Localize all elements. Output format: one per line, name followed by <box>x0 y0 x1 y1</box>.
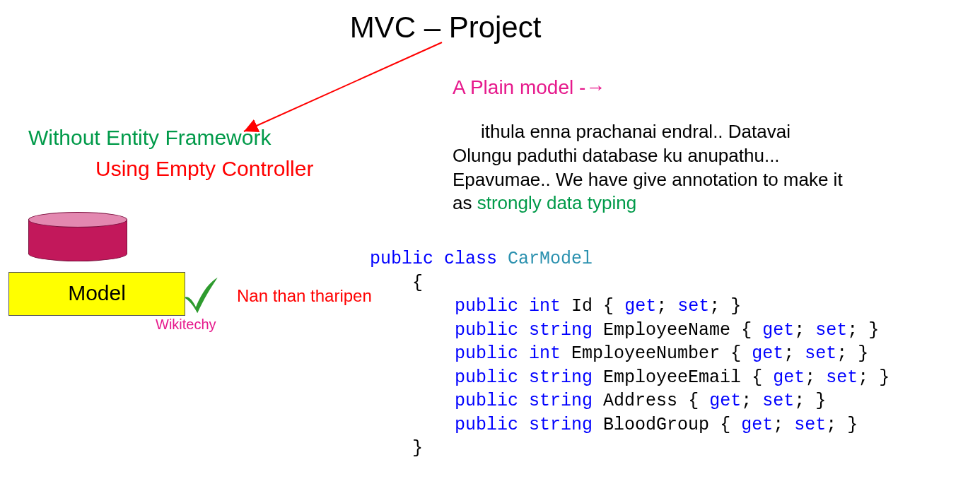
para-line-2: Olungu paduthi database ku anupathu... <box>453 145 780 166</box>
prop-number: EmployeeNumber <box>571 343 720 364</box>
kw-class: class <box>444 249 497 269</box>
class-name: CarModel <box>508 249 593 269</box>
checkmark-icon <box>180 274 219 317</box>
plain-model-heading: A Plain model -→ <box>453 76 605 99</box>
prop-name: EmployeeName <box>603 320 730 341</box>
prop-email: EmployeeEmail <box>603 367 741 388</box>
explanation-paragraph: ithula enna prachanai endral.. Datavai O… <box>453 120 947 215</box>
database-icon <box>28 212 127 261</box>
para-line-3: Epavumae.. We have give annotation to ma… <box>453 169 843 190</box>
strongly-typed-text: strongly data typing <box>477 192 636 213</box>
code-block: public class CarModel { public int Id { … <box>370 247 889 461</box>
kw-public: public <box>370 249 433 269</box>
brace-open: { <box>412 273 423 293</box>
para-line-4a: as <box>453 192 477 213</box>
right-arrow-glyph: → <box>585 76 605 98</box>
prop-id: Id <box>571 296 593 317</box>
wikitechy-watermark: Wikitechy <box>156 317 216 333</box>
plain-model-text: A Plain model - <box>453 76 585 98</box>
model-box-label: Model <box>68 281 126 304</box>
prop-address: Address <box>603 391 677 411</box>
using-empty-controller-label: Using Empty Controller <box>95 157 313 181</box>
model-box: Model <box>8 272 185 316</box>
brace-close: } <box>412 438 423 459</box>
page-title: MVC – Project <box>0 11 891 45</box>
svg-line-0 <box>244 42 442 131</box>
para-line-1: ithula enna prachanai endral.. Datavai <box>481 121 791 142</box>
without-ef-label: Without Entity Framework <box>28 126 271 150</box>
nan-than-label: Nan than tharipen <box>237 286 372 306</box>
prop-blood: BloodGroup <box>603 415 709 435</box>
